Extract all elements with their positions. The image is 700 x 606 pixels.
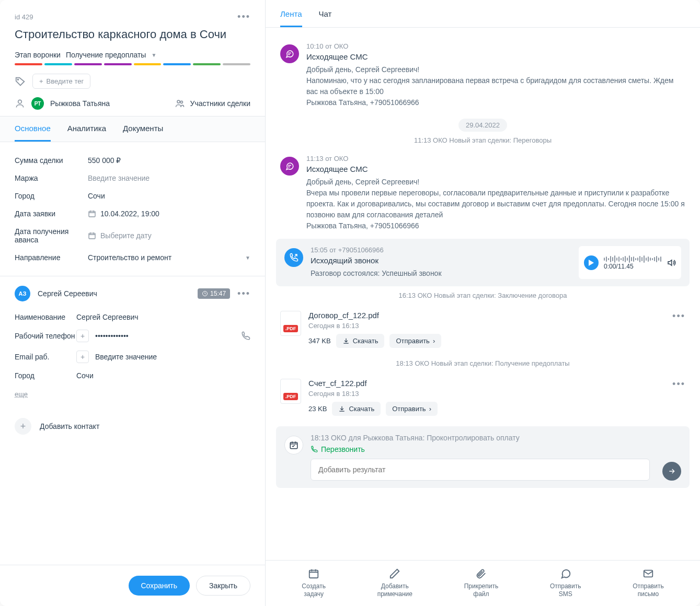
- task-calendar-icon: [284, 436, 303, 454]
- volume-icon[interactable]: [667, 258, 676, 267]
- add-email-button[interactable]: +: [76, 351, 89, 363]
- user-icon: [15, 98, 25, 109]
- contact-menu-icon[interactable]: •••: [237, 288, 250, 299]
- play-button[interactable]: [584, 255, 599, 270]
- feed-file-item: .PDF Счет_cf_122.pdf Сегодня в 18:13 23 …: [266, 372, 700, 422]
- stage-selector[interactable]: Этап воронки Получение предоплаты ▼: [15, 51, 250, 59]
- chevron-down-icon: ▼: [151, 52, 156, 58]
- contact-phone-label: Рабочий телефон: [15, 332, 76, 340]
- call-out-icon: [284, 248, 303, 267]
- add-tag-button[interactable]: +Введите тег: [32, 74, 90, 89]
- close-button[interactable]: Закрыть: [196, 576, 250, 596]
- contact-title-value[interactable]: Сергей Сергеевич: [76, 313, 139, 321]
- activity-panel: Лента Чат 10:10 от ОКО Исходящее СМС Доб…: [266, 0, 700, 606]
- feed-task-item: 18:13 ОКО для Рыжкова Татьяна: Проконтро…: [276, 426, 690, 488]
- stage-value: Получение предоплаты: [66, 51, 146, 59]
- action-send-sms[interactable]: Отправить SMS: [550, 568, 581, 599]
- action-attach-file[interactable]: Прикрепить файл: [464, 568, 499, 599]
- pdf-icon: .PDF: [280, 379, 301, 404]
- chevron-right-icon: ›: [433, 337, 435, 345]
- stage-change-log: 16:13 ОКО Новый этап сделки: Заключение …: [266, 292, 700, 299]
- file-menu-icon[interactable]: •••: [672, 379, 685, 390]
- sms-icon: [280, 44, 299, 63]
- field-sum-value[interactable]: 550 000 ₽: [88, 156, 121, 165]
- send-file-button[interactable]: Отправить›: [386, 402, 438, 416]
- calendar-icon: [88, 231, 96, 240]
- add-phone-button[interactable]: +: [76, 330, 89, 342]
- file-name[interactable]: Договор_cf_122.pdf: [308, 311, 665, 320]
- detail-tabs: Основное Аналитика Документы: [0, 116, 265, 142]
- download-button[interactable]: Скачать: [336, 334, 385, 348]
- feed-item-time: 10:10 от ОКО: [306, 42, 685, 50]
- audio-player: 0:00/11.45: [579, 246, 681, 279]
- svg-point-0: [18, 79, 19, 80]
- action-send-mail[interactable]: Отправить письмо: [633, 568, 664, 599]
- download-icon: [338, 405, 346, 413]
- call-status: Разговор состоялся: Успешный звонок: [311, 268, 571, 279]
- contact-more-link[interactable]: еще: [15, 390, 28, 398]
- tab-documents[interactable]: Документы: [123, 124, 163, 142]
- callback-link[interactable]: Перезвонить: [311, 445, 650, 453]
- action-bar: Создать задачу Добавить примечание Прикр…: [266, 560, 700, 606]
- field-margin-input[interactable]: Введите значение: [88, 174, 150, 182]
- feed-tabs: Лента Чат: [266, 0, 700, 28]
- field-city-value[interactable]: Сочи: [88, 192, 105, 200]
- field-margin-label: Маржа: [15, 174, 88, 182]
- contact-avatar[interactable]: АЗ: [15, 286, 30, 301]
- task-result-input[interactable]: [311, 459, 650, 481]
- deal-id: id 429: [15, 13, 33, 21]
- svg-point-3: [180, 101, 182, 103]
- plus-icon: +: [15, 418, 31, 435]
- contact-phone-value[interactable]: •••••••••••••: [95, 332, 129, 340]
- file-meta: Сегодня в 18:13: [308, 390, 665, 398]
- owner-avatar[interactable]: РТ: [31, 97, 44, 110]
- waveform[interactable]: [604, 255, 661, 263]
- deal-title: Строительство каркасного дома в Сочи: [15, 28, 250, 41]
- send-file-button[interactable]: Отправить›: [389, 334, 441, 348]
- download-button[interactable]: Скачать: [332, 402, 381, 416]
- field-direction-value[interactable]: Строительство и ремонт: [88, 253, 171, 262]
- feed-file-item: .PDF Договор_cf_122.pdf Сегодня в 16:13 …: [266, 305, 700, 354]
- file-menu-icon[interactable]: •••: [672, 311, 685, 322]
- participants-button[interactable]: Участники сделки: [175, 98, 250, 109]
- svg-point-2: [177, 100, 180, 103]
- stage-change-log: 11:13 ОКО Новый этап сделки: Переговоры: [266, 136, 700, 144]
- file-meta: Сегодня в 16:13: [308, 322, 665, 330]
- chevron-right-icon: ›: [429, 405, 431, 413]
- file-size: 347 KB: [308, 337, 331, 345]
- field-reqdate-label: Дата заявки: [15, 209, 88, 218]
- field-direction-label: Направление: [15, 253, 88, 262]
- svg-rect-5: [89, 233, 95, 239]
- save-button[interactable]: Сохранить: [129, 576, 190, 596]
- feed-item-title: Исходящее СМС: [306, 52, 685, 61]
- stage-label: Этап воронки: [15, 51, 61, 59]
- tab-chat[interactable]: Чат: [319, 9, 332, 27]
- contact-city-value[interactable]: Сочи: [76, 371, 94, 380]
- field-reqdate-value[interactable]: 10.04.2022, 19:00: [88, 209, 159, 218]
- calendar-icon: [308, 568, 319, 579]
- phone-icon[interactable]: [241, 331, 250, 341]
- deal-menu-icon[interactable]: •••: [237, 11, 250, 22]
- stage-progress: [15, 63, 250, 65]
- submit-task-button[interactable]: [662, 462, 681, 481]
- stage-change-log: 18:13 ОКО Новый этап сделки: Получение п…: [266, 359, 700, 367]
- contact-email-input[interactable]: Введите значение: [95, 353, 157, 361]
- audio-duration: 0:00/11.45: [604, 263, 661, 270]
- tab-analytics[interactable]: Аналитика: [67, 124, 106, 142]
- feed-item-time: 11:13 от ОКО: [306, 155, 685, 162]
- paperclip-icon: [475, 568, 487, 579]
- feed-item-time: 15:05 от +79051066966: [311, 246, 571, 254]
- feed-sms-item: 11:13 от ОКО Исходящее СМС Добрый день, …: [266, 149, 700, 237]
- tab-main[interactable]: Основное: [15, 124, 51, 142]
- action-add-note[interactable]: Добавить примечание: [377, 568, 412, 599]
- activity-feed[interactable]: 10:10 от ОКО Исходящее СМС Добрый день, …: [266, 28, 700, 560]
- contact-card: АЗ Сергей Сереевич 15:47 ••• Наименовани…: [0, 276, 265, 407]
- file-name[interactable]: Счет_cf_122.pdf: [308, 379, 665, 388]
- action-create-task[interactable]: Создать задачу: [302, 568, 326, 599]
- add-contact-button[interactable]: + Добавить контакт: [0, 407, 265, 445]
- task-title: 18:13 ОКО для Рыжкова Татьяна: Проконтро…: [311, 434, 650, 442]
- tab-feed[interactable]: Лента: [280, 9, 302, 27]
- field-sum-label: Сумма сделки: [15, 156, 88, 165]
- tag-icon: [15, 76, 26, 87]
- field-advdate-input[interactable]: Выберите дату: [88, 231, 152, 240]
